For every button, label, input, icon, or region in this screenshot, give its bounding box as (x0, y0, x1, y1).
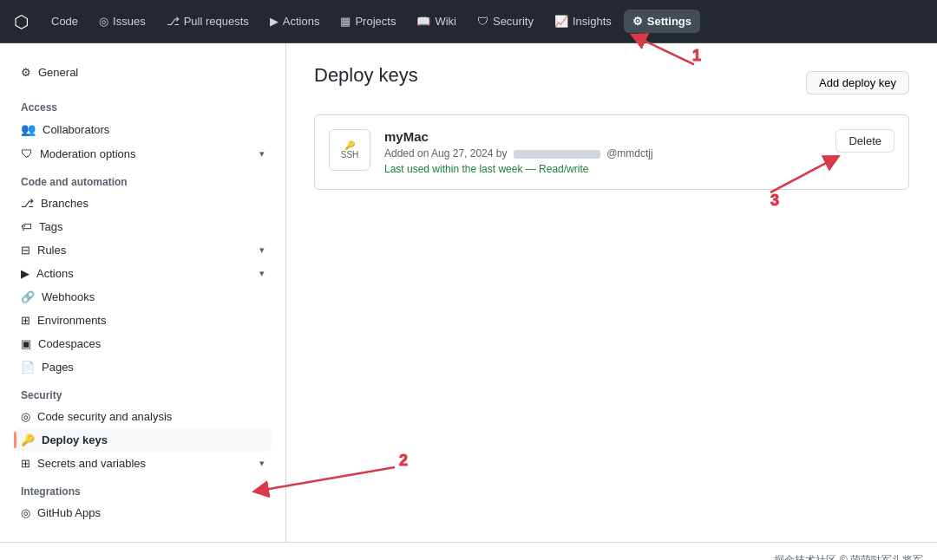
collaborators-icon: 👥 (21, 122, 36, 136)
nav-issues[interactable]: ◎ Issues (90, 10, 154, 33)
sidebar-section-security: Security (14, 379, 272, 405)
security-nav-icon: 🛡 (477, 15, 488, 28)
secrets-chevron: ▾ (259, 458, 265, 469)
top-nav: ⬡ Code ◎ Issues ⎇ Pull requests ▶ Action… (0, 0, 937, 43)
deploy-key-meta: Added on Aug 27, 2024 by @mmdctjj (384, 147, 822, 160)
branches-icon: ⎇ (21, 197, 34, 210)
key-icon: 🔑 (344, 140, 355, 150)
settings-icon: ⚙ (632, 15, 643, 28)
webhooks-icon: 🔗 (21, 290, 35, 303)
gear-icon: ⚙ (21, 66, 31, 79)
page-header: Deploy keys Add deploy key (314, 64, 909, 101)
nav-insights[interactable]: 📈 Insights (546, 10, 620, 33)
actions-sidebar-icon: ▶ (21, 267, 29, 280)
projects-icon: ▦ (340, 15, 351, 28)
deploy-key-status: Last used within the last week — Read/wr… (384, 163, 822, 175)
actions-icon: ▶ (270, 15, 278, 28)
sidebar-item-tags[interactable]: 🏷 Tags (14, 215, 272, 238)
github-apps-icon: ◎ (21, 506, 30, 519)
ssh-badge: 🔑 SSH (329, 129, 370, 171)
page-title: Deploy keys (314, 64, 418, 87)
sidebar-item-branches[interactable]: ⎇ Branches (14, 192, 272, 215)
main-content: Deploy keys Add deploy key 🔑 SSH myMac A… (286, 43, 937, 542)
actions-chevron: ▾ (259, 268, 265, 279)
moderation-chevron: ▾ (259, 148, 265, 160)
sidebar-item-collaborators[interactable]: 👥 Collaborators (14, 117, 272, 141)
sidebar-item-rules[interactable]: ⊟ Rules ▾ (14, 238, 272, 262)
sidebar-section-code: Code and automation (14, 166, 272, 192)
sidebar-section-integrations: Integrations (14, 475, 272, 501)
add-deploy-key-button[interactable]: Add deploy key (806, 71, 909, 94)
secrets-icon: ⊞ (21, 457, 30, 470)
blurred-hash (514, 150, 600, 159)
sidebar-item-code-security[interactable]: ◎ Code security and analysis (14, 405, 272, 428)
footer: 掘金技术社区 © 萌萌哒军头将军 (0, 542, 937, 560)
deploy-key-icon: 🔑 (21, 433, 35, 446)
issues-icon: ◎ (99, 15, 108, 28)
sidebar-item-pages[interactable]: 📄 Pages (14, 355, 272, 379)
nav-wiki[interactable]: 📖 Wiki (408, 10, 465, 33)
delete-key-button[interactable]: Delete (835, 129, 894, 153)
code-security-icon: ◎ (21, 410, 30, 423)
wiki-icon: 📖 (416, 15, 430, 28)
rules-chevron: ▾ (259, 244, 265, 256)
sidebar-item-secrets[interactable]: ⊞ Secrets and variables ▾ (14, 452, 272, 475)
sidebar-item-general[interactable]: ⚙ General (14, 61, 272, 84)
nav-code[interactable]: Code (43, 10, 87, 33)
sidebar-item-environments[interactable]: ⊞ Environments (14, 309, 272, 332)
sidebar-item-deploy-keys[interactable]: 🔑 Deploy keys (14, 428, 272, 452)
pages-icon: 📄 (21, 361, 35, 374)
moderation-icon: 🛡 (21, 147, 33, 160)
codespaces-icon: ▣ (21, 337, 31, 350)
sidebar: ⚙ General Access 👥 Collaborators 🛡 Mod (0, 43, 286, 542)
rules-icon: ⊟ (21, 244, 30, 257)
deploy-key-info: myMac Added on Aug 27, 2024 by @mmdctjj … (384, 129, 822, 175)
sidebar-item-github-apps[interactable]: ◎ GitHub Apps (14, 501, 272, 524)
page-layout: ⚙ General Access 👥 Collaborators 🛡 Mod (0, 43, 937, 542)
insights-icon: 📈 (554, 15, 568, 28)
nav-projects[interactable]: ▦ Projects (331, 10, 404, 33)
sidebar-item-webhooks[interactable]: 🔗 Webhooks (14, 285, 272, 309)
nav-settings[interactable]: ⚙ Settings (624, 10, 700, 33)
nav-security[interactable]: 🛡 Security (468, 10, 542, 33)
nav-pullrequests[interactable]: ⎇ Pull requests (158, 10, 258, 33)
sidebar-item-actions[interactable]: ▶ Actions ▾ (14, 262, 272, 285)
sidebar-section-access: Access (14, 91, 272, 117)
pr-icon: ⎇ (167, 15, 180, 28)
nav-actions[interactable]: ▶ Actions (261, 10, 329, 33)
sidebar-item-codespaces[interactable]: ▣ Codespaces (14, 332, 272, 355)
tags-icon: 🏷 (21, 220, 32, 233)
sidebar-item-moderation[interactable]: 🛡 Moderation options ▾ (14, 141, 272, 166)
deploy-key-card: 🔑 SSH myMac Added on Aug 27, 2024 by @mm… (314, 114, 909, 190)
github-logo: ⬡ (14, 11, 29, 32)
deploy-key-name: myMac (384, 129, 822, 144)
environments-icon: ⊞ (21, 314, 30, 327)
